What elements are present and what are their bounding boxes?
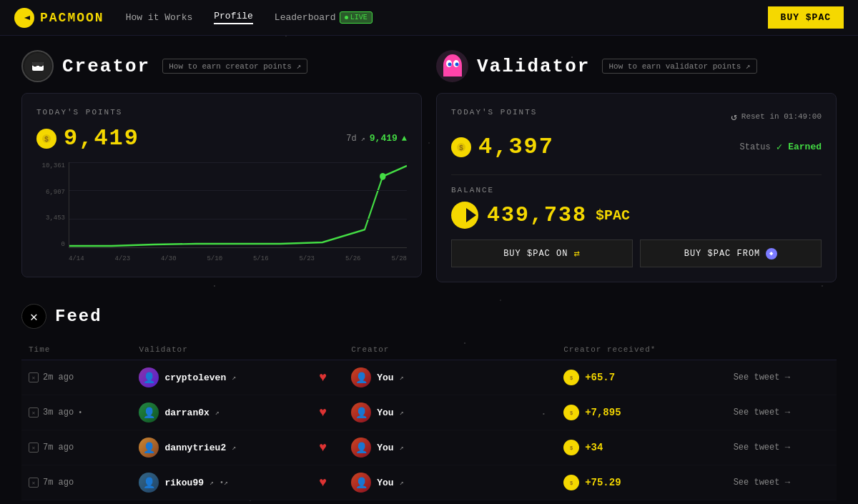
chart-y-3: 3,453 — [36, 214, 65, 222]
row3-validator-name: dannytrieu2 — [164, 443, 226, 453]
chart-x-2: 4/23 — [114, 255, 130, 262]
col-header-action — [726, 340, 837, 360]
logo-icon — [14, 8, 34, 28]
row2-validator-link[interactable]: ↗ — [215, 408, 220, 417]
buy-from-label: BUY $PAC FROM — [684, 249, 761, 259]
validator-points-card: TODAY'S POINTS ↺ Reset in 01:49:00 $ — [436, 93, 837, 282]
row1-time: 2m ago — [43, 372, 74, 382]
row2-heart-icon: ♥ — [319, 405, 327, 420]
validator-how-to-link[interactable]: How to earn validator points ↗ — [602, 59, 756, 74]
row2-creator-avatar: 👤 — [351, 402, 371, 423]
svg-point-12 — [380, 173, 385, 180]
feed-title: Feed — [55, 307, 102, 326]
live-dot — [345, 16, 348, 19]
logo-text: PACMOON — [40, 11, 104, 25]
row4-see-tweet-link[interactable]: See tweet → — [734, 478, 829, 488]
creator-up-arrow: ▲ — [402, 134, 407, 144]
chart-y-1: 10,361 — [36, 162, 65, 169]
buy-spac-on-button[interactable]: BUY $PAC ON ⇄ — [451, 239, 633, 267]
navbar: PACMOON How it Works Profile Leaderboard… — [0, 0, 858, 36]
row3-received-cell: $ +34 — [556, 430, 726, 465]
row1-creator-cell: 👤 You ↗ — [344, 360, 531, 395]
row1-dot-cell — [531, 360, 557, 395]
row4-validator-link[interactable]: ↗ — [209, 478, 214, 487]
balance-section: BALANCE 439,738 $PAC BUY $PAC ON ⇄ BUY $… — [451, 174, 822, 267]
row1-validator-avatar: 👤 — [139, 367, 159, 387]
validator-points-value: 4,397 — [478, 134, 554, 160]
row3-see-tweet-link[interactable]: See tweet → — [734, 443, 829, 453]
row1-creator-link[interactable]: ↗ — [400, 373, 404, 382]
chart-x-5: 5/16 — [253, 255, 269, 262]
row4-heart-cell: ♥ — [302, 465, 344, 500]
chart-y-2: 6,907 — [36, 189, 65, 196]
buy-pac-button[interactable]: BUY $PAC — [768, 6, 844, 29]
reset-label: Reset in 01:49:00 — [741, 112, 822, 121]
row2-coin-icon: $ — [563, 405, 579, 420]
col-header-time: Time — [21, 340, 132, 360]
feed-table: Time Validator Creator Creator received* — [21, 340, 837, 500]
row2-validator-cell: 👤 darran0x ↗ — [132, 395, 302, 430]
creator-arrow-icon: ↗ — [361, 134, 365, 143]
row3-received-value: +34 — [585, 442, 603, 453]
row1-validator-cell: 👤 cryptoleven ↗ — [132, 360, 302, 395]
grid-line-mid1 — [69, 190, 407, 191]
row2-validator-avatar: 👤 — [139, 402, 159, 423]
creator-points-card: TODAY'S POINTS $ 9,419 7d — [21, 93, 422, 277]
row4-creator-link[interactable]: ↗ — [400, 478, 404, 487]
row2-received-cell: $ +7,895 — [556, 395, 726, 430]
nav-how-it-works[interactable]: How it Works — [126, 12, 193, 23]
row2-creator-link[interactable]: ↗ — [400, 408, 404, 417]
grid-line-mid2 — [69, 219, 407, 219]
creator-period-label: 7d — [346, 134, 356, 144]
main-content: Creator How to earn creator points ↗ TOD… — [0, 36, 858, 504]
balance-label: BALANCE — [451, 186, 822, 194]
row1-time-icon: ✕ — [29, 372, 39, 382]
col-header-dot — [531, 340, 557, 360]
row3-validator-link[interactable]: ↗ — [232, 443, 236, 452]
row4-heart-icon: ♥ — [319, 475, 327, 490]
validator-points-row: $ 4,397 Status ✓ Earned — [451, 134, 822, 160]
row4-received-value: +75.29 — [585, 477, 621, 488]
row1-see-tweet-link[interactable]: See tweet → — [734, 372, 829, 382]
grid-line-top — [69, 162, 407, 163]
creator-coin-icon: $ — [36, 129, 56, 149]
creator-avatar — [21, 50, 54, 82]
table-row: ✕ 7m ago 👤 rikou99 ↗ •↗ — [21, 465, 837, 500]
chart-y-4: 0 — [36, 241, 65, 248]
creator-how-to-link[interactable]: How to earn creator points ↗ — [162, 59, 307, 74]
validator-avatar — [436, 50, 468, 82]
svg-point-18 — [448, 62, 451, 66]
chart-x-8: 5/28 — [391, 255, 407, 262]
buy-spac-from-button[interactable]: BUY $PAC FROM ◆ — [640, 239, 822, 267]
row3-time-icon: ✕ — [29, 443, 39, 453]
row2-creator-cell: 👤 You ↗ — [344, 395, 531, 430]
creator-points-row: $ 9,419 7d ↗ 9,419 ▲ — [36, 125, 407, 152]
top-sections: Creator How to earn creator points ↗ TOD… — [21, 50, 837, 282]
row4-dot-cell — [531, 465, 557, 500]
logo[interactable]: PACMOON — [14, 8, 104, 28]
nav-profile[interactable]: Profile — [214, 11, 253, 24]
row1-heart-cell: ♥ — [302, 360, 344, 395]
row3-validator-cell: 👤 dannytrieu2 ↗ — [132, 430, 302, 465]
creator-points-main: $ 9,419 — [36, 125, 139, 152]
nav-leaderboard-live[interactable]: Leaderboard LIVE — [275, 11, 373, 24]
row2-center-dot: • — [542, 410, 546, 417]
row4-creator-cell: 👤 You ↗ — [344, 465, 531, 500]
pac-coin-icon — [451, 202, 478, 229]
row1-creator-name: You — [377, 372, 393, 383]
feed-section: ✕ Feed Time Validator Creator Creator re… — [21, 304, 837, 500]
row3-creator-link[interactable]: ↗ — [400, 443, 404, 452]
creator-section: Creator How to earn creator points ↗ TOD… — [21, 50, 422, 282]
nav-links: How it Works Profile Leaderboard LIVE — [126, 11, 373, 24]
navbar-left: PACMOON How it Works Profile Leaderboard… — [14, 8, 373, 28]
received-label: Creator received* — [563, 345, 656, 354]
row3-action-cell: See tweet → — [726, 430, 837, 465]
eth-icon: ◆ — [766, 248, 777, 260]
row1-received-cell: $ +65.7 — [556, 360, 726, 395]
svg-text:$: $ — [570, 445, 573, 451]
row1-validator-link[interactable]: ↗ — [232, 373, 236, 382]
row2-action-cell: See tweet → — [726, 395, 837, 430]
reset-info: ↺ Reset in 01:49:00 — [731, 111, 822, 123]
row2-see-tweet-link[interactable]: See tweet → — [734, 407, 829, 417]
chart-container — [69, 162, 407, 248]
